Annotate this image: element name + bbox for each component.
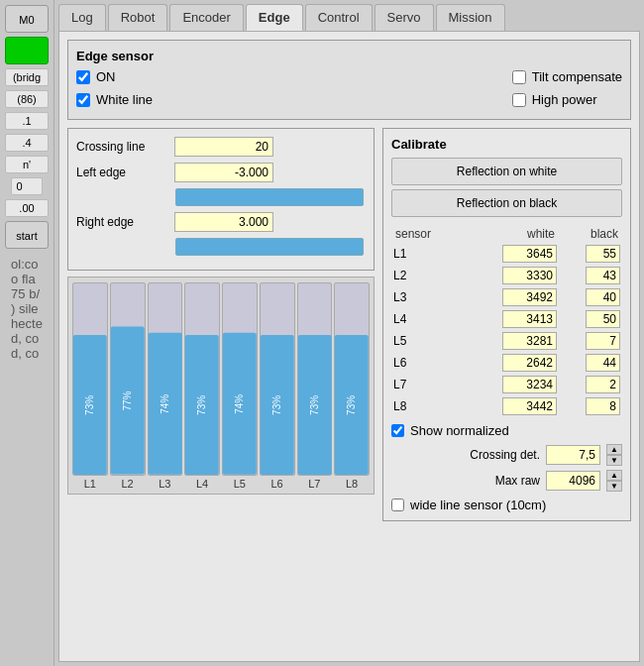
sidebar-btn-start[interactable]: start [5,221,49,249]
bar-col-l7: 73%L7 [297,281,333,490]
sensor-name-4: L5 [391,330,463,352]
crossing-line-input[interactable] [174,137,273,157]
high-power-checkbox[interactable] [512,93,526,107]
sensor-row-l2: L2 [391,265,622,286]
left-edge-input[interactable] [174,163,273,182]
bar-col-l6: 73%L6 [260,281,295,490]
show-normalized-checkbox[interactable] [391,424,404,437]
tab-robot[interactable]: Robot [108,4,168,31]
crossing-det-input[interactable] [546,445,600,465]
bar-inner-l3: 74% [149,333,182,475]
tilt-compensate-label: Tilt compensate [532,69,622,84]
sidebar-spinner[interactable] [11,177,43,195]
sensor-black-2[interactable] [586,288,620,306]
sensor-black-7[interactable] [586,397,620,415]
sensor-white-7[interactable] [502,397,557,415]
bar-inner-l6: 73% [261,335,294,475]
show-normalized-label: Show normalized [410,423,509,438]
right-options: Tilt compensate High power [512,69,622,111]
sensor-white-5[interactable] [502,354,557,372]
tab-encoder[interactable]: Encoder [169,4,243,31]
bar-outer-l4: 73% [184,282,220,476]
bar-col-l4: 73%L4 [184,281,220,490]
sensor-row-l8: L8 [391,395,622,417]
tilt-compensate-checkbox[interactable] [512,70,526,84]
sensor-black-4[interactable] [586,332,620,350]
right-edge-input[interactable] [174,212,273,232]
tab-edge[interactable]: Edge [246,4,303,31]
sensor-white-0[interactable] [502,245,557,263]
max-raw-up[interactable]: ▲ [606,470,622,481]
tab-servo[interactable]: Servo [375,4,434,31]
on-checkbox[interactable] [76,70,90,84]
crossing-det-up[interactable]: ▲ [606,444,622,455]
sensor-white-4[interactable] [502,332,557,350]
main-grid: Crossing line Left edge Right edge [67,128,631,527]
sensor-black-1[interactable] [586,267,620,284]
bar-outer-l1: 73% [72,282,108,476]
bar-inner-l8: 73% [335,335,369,475]
sensor-white-1[interactable] [502,267,557,284]
white-line-checkbox[interactable] [76,93,90,107]
max-raw-label: Max raw [495,474,540,488]
sidebar-bottom-text: ol:co o fla 75 b/ ) sile hecte d, co d, … [11,257,43,361]
sensor-table: sensor white black L1L2L3L4L5L6L7L8 [391,225,622,417]
sensor-white-2[interactable] [502,288,557,306]
reflection-black-button[interactable]: Reflection on black [391,189,622,217]
left-edge-slider[interactable] [175,188,364,206]
sensor-black-6[interactable] [586,376,620,393]
show-normalized-row: Show normalized [391,423,622,438]
tab-mission[interactable]: Mission [436,4,505,31]
right-panel: Log Robot Encoder Edge Control Servo Mis… [54,0,644,666]
sensor-top-row: ON White line Tilt compensate [76,69,622,111]
sensor-white-3[interactable] [502,310,557,328]
sidebar-label-86: (86) [5,90,49,108]
reflection-white-button[interactable]: Reflection on white [391,158,622,185]
max-raw-down[interactable]: ▼ [606,481,622,492]
sensor-name-6: L7 [391,374,463,395]
bar-col-l8: 73%L8 [334,281,370,490]
sidebar-btn-m0[interactable]: M0 [5,5,49,33]
sensor-black-5[interactable] [586,354,620,372]
sensor-header-black: black [559,225,622,243]
left-edge-row: Left edge [76,163,366,182]
bar-outer-l7: 73% [297,282,333,476]
tilt-compensate-row: Tilt compensate [512,69,622,84]
sidebar-green-indicator [5,37,49,64]
right-edge-row: Right edge [76,212,366,232]
sidebar: M0 (bridg (86) .1 .4 n' .00 start ol:co … [0,0,54,666]
right-edge-slider[interactable] [175,238,364,256]
bar-label-l6: L6 [271,478,283,490]
bar-inner-l4: 73% [185,335,219,475]
left-edge-label: Left edge [76,166,170,179]
bar-inner-l5: 74% [223,333,257,475]
tab-control[interactable]: Control [305,4,373,31]
wide-line-row: wide line sensor (10cm) [391,498,622,512]
sensor-name-2: L3 [391,286,463,308]
crossing-det-label: Crossing det. [470,448,540,462]
sensor-black-3[interactable] [586,310,620,328]
calibrate-title: Calibrate [391,137,622,152]
sensor-white-6[interactable] [502,376,557,393]
crossing-det-down[interactable]: ▼ [606,455,622,466]
sensor-row-l6: L6 [391,352,622,374]
sensor-black-0[interactable] [586,245,620,263]
right-col: Calibrate Reflection on white Reflection… [382,128,631,527]
wide-line-checkbox[interactable] [391,499,404,511]
on-label: ON [96,69,116,84]
tab-log[interactable]: Log [58,4,106,31]
sidebar-label-bridg: (bridg [5,68,49,86]
right-edge-label: Right edge [76,215,170,229]
calibrate-box: Calibrate Reflection on white Reflection… [382,128,631,521]
sensor-name-0: L1 [391,243,463,265]
sidebar-label-1: .1 [5,112,49,130]
sensor-row-l5: L5 [391,330,622,352]
bar-label-l7: L7 [308,478,320,490]
wide-line-label: wide line sensor (10cm) [410,498,546,512]
left-col: Crossing line Left edge Right edge [67,128,375,527]
bar-col-l2: 77%L2 [110,281,146,490]
sensor-row-l3: L3 [391,286,622,308]
max-raw-input[interactable] [546,471,600,491]
bar-label-l5: L5 [234,478,246,490]
bar-chart: 73%L177%L274%L373%L474%L573%L673%L773%L8 [67,277,375,495]
